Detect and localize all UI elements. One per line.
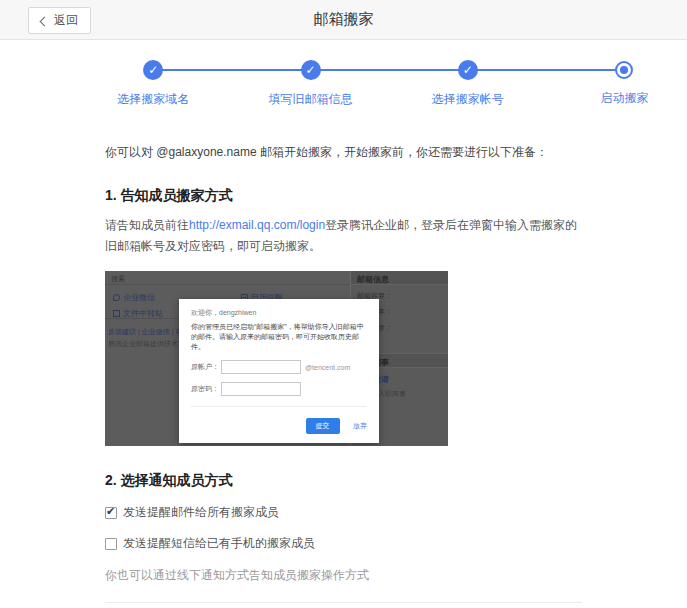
dialog-footer: 提交 放弃 [191, 406, 367, 434]
notify-email-label[interactable]: 发送提醒邮件给所有搬家成员 [123, 504, 279, 521]
dialog-greeting: 欢迎你，dengzhiwen [191, 308, 367, 318]
back-button-label: 返回 [54, 12, 78, 29]
step-old-mailbox-info: ✓ 填写旧邮箱信息 [236, 60, 386, 108]
notify-sms-label[interactable]: 发送提醒短信给已有手机的搬家成员 [123, 535, 315, 552]
dialog-submit-button: 提交 [306, 418, 340, 434]
dialog-account-input [221, 360, 301, 374]
screenshot-mailbox-info-title: 邮箱信息 [351, 271, 448, 285]
step-start-migration: 启动搬家 [549, 60, 687, 107]
section1-paragraph: 请告知成员前往http://exmail.qq.com/login登录腾讯企业邮… [105, 215, 582, 257]
section2-heading: 2. 选择通知成员方式 [105, 472, 582, 490]
dialog-cancel-link: 放弃 [353, 422, 367, 429]
offline-notify-note: 你也可以通过线下通知方式告知成员搬家操作方式 [105, 567, 582, 584]
wechat-icon [113, 294, 120, 301]
section1-text-before: 请告知成员前往 [105, 218, 189, 232]
page-title: 邮箱搬家 [314, 10, 374, 29]
step-select-account: ✓ 选择搬家帐号 [393, 60, 543, 108]
dialog-body-text: 你的管理员已经启动“邮箱搬家”，将帮助你导入旧邮箱中的邮件。请输入原来的邮箱密码… [191, 322, 367, 352]
dialog-account-label: 原帐户： [191, 362, 221, 372]
step-done-icon: ✓ [143, 60, 163, 80]
footer-divider [105, 602, 582, 603]
step-label: 选择搬家域名 [78, 91, 228, 108]
header: 返回 邮箱搬家 [0, 0, 687, 40]
dialog-account-row: 原帐户： @tencent.com [191, 360, 367, 374]
back-button[interactable]: 返回 [28, 7, 91, 34]
step-label: 启动搬家 [549, 90, 687, 107]
dialog-password-row: 原密码： [191, 382, 367, 396]
screenshot-wechat-link: 企业微信 [113, 292, 155, 303]
notify-sms-option: 发送提醒短信给已有手机的搬家成员 [105, 535, 582, 552]
instruction-screenshot: 搜索 企业微信 文件中转站 日历提醒 反馈建议 | 企业微信 | 客户端设置 |… [105, 271, 448, 446]
chevron-left-icon [40, 16, 50, 26]
main-content: 你可以对 @galaxyone.name 邮箱开始搬家，开始搬家前，你还需要进行… [0, 144, 687, 608]
screenshot-topbar: 搜索 [105, 271, 350, 285]
intro-text: 你可以对 @galaxyone.name 邮箱开始搬家，开始搬家前，你还需要进行… [105, 144, 582, 161]
step-label: 填写旧邮箱信息 [236, 91, 386, 108]
screenshot-search-label: 搜索 [111, 275, 125, 282]
step-done-icon: ✓ [301, 60, 321, 80]
dialog-domain-suffix: @tencent.com [305, 364, 350, 371]
dialog-password-label: 原密码： [191, 384, 221, 394]
step-done-icon: ✓ [458, 60, 478, 80]
notify-email-checkbox[interactable] [105, 507, 117, 519]
dialog-password-input [221, 382, 301, 396]
folder-icon [113, 310, 120, 317]
screenshot-link-label: 企业微信 [123, 292, 155, 303]
wizard-stepper: ✓ 选择搬家域名 ✓ 填写旧邮箱信息 ✓ 选择搬家帐号 启动搬家 [0, 56, 687, 120]
notify-sms-checkbox[interactable] [105, 538, 117, 550]
notify-email-option: 发送提醒邮件给所有搬家成员 [105, 504, 582, 521]
step-select-domain: ✓ 选择搬家域名 [78, 60, 228, 108]
step-current-icon [615, 61, 633, 79]
step-label: 选择搬家帐号 [393, 91, 543, 108]
screenshot-migration-dialog: 欢迎你，dengzhiwen 你的管理员已经启动“邮箱搬家”，将帮助你导入旧邮箱… [179, 299, 379, 443]
exmail-login-link[interactable]: http://exmail.qq.com/login [189, 218, 325, 232]
section1-heading: 1. 告知成员搬家方式 [105, 187, 582, 205]
